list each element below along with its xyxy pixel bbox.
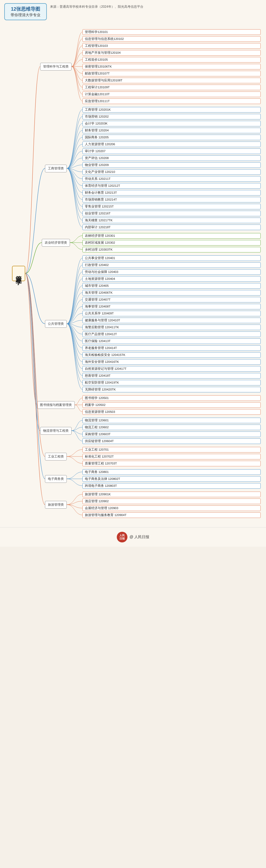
leaf-group-cat5: 图书馆学 120501档案学 120502信息资源管理 120503	[83, 395, 261, 415]
leaf-node: 工程管理120103	[83, 43, 261, 49]
leaf-node: 物流工程 120602	[83, 425, 261, 430]
leaf-node: 土地资源管理 120404	[83, 276, 261, 282]
leaf-group-cat8: 电子商务 120801电子商务及法律 120802T跨境电子商务 120803T	[83, 469, 261, 489]
leaf-node: 计算金融120110T	[83, 92, 261, 97]
leaf-node: 信息管理与信息系统120102	[83, 36, 261, 42]
leaf-node: 供应链管理 120604T	[83, 438, 261, 444]
leaf-node: 城市管理 120405	[83, 283, 261, 289]
leaf-node: 邮政管理120107T	[83, 71, 261, 76]
leaf-node: 劳动与社会保障 120403	[83, 269, 261, 275]
leaf-node: 零售业管理 120215T	[83, 204, 261, 209]
leaf-group-cat3: 农林经济管理 120301农村区域发展 120302乡村治理 120303TK	[83, 232, 261, 253]
leaf-node: 市场营销 120202	[83, 114, 261, 119]
leaf-node: 健康服务与管理 120410T	[83, 318, 261, 323]
category-node-cat2: 工商管理类	[45, 165, 67, 173]
leaf-node: 旅游管理与服务教育 120904T	[83, 512, 261, 518]
leaf-node: 标准化工程 120702T	[83, 454, 261, 459]
leaf-node: 国际商务 120205	[83, 134, 261, 140]
mindmap-container: 管理学管理科学与工程类管理科学120101信息管理与信息系统120102工程管理…	[0, 22, 266, 525]
leaf-node: 海事管理 120408T	[83, 304, 261, 309]
leaf-node: 公共关系学 120409T	[83, 311, 261, 316]
source-text: 来源：普通高等学校本科专业目录（2024年）、阳光高考信息平台	[50, 3, 143, 9]
leaf-node: 应急管理120111T	[83, 98, 261, 104]
leaf-node: 农林经济管理 120301	[83, 233, 261, 239]
leaf-node: 养老服务管理 120414T	[83, 345, 261, 351]
badge-title-line2: 带你理清大学专业	[8, 13, 43, 18]
leaf-node: 物业管理 120209	[83, 162, 261, 168]
leaf-group-cat6: 物流管理 120601物流工程 120602采购管理 120603T供应链管理 …	[83, 417, 261, 444]
badge-title-line1: 12张思维导图	[8, 6, 43, 12]
category-node-cat4: 公共管理类	[45, 320, 67, 328]
leaf-group-cat4: 公共事业管理 120401行政管理 120402劳动与社会保障 120403土地…	[83, 255, 261, 393]
leaf-group-cat9: 旅游管理 120901K酒店管理 120902会展经济与管理 120903旅游管…	[83, 491, 261, 518]
leaf-node: 自然资源登记与管理 120417T	[83, 366, 261, 372]
leaf-node: 旅游管理 120901K	[83, 492, 261, 497]
leaf-node: 财务会计教育 120213T	[83, 190, 261, 195]
leaf-node: 交通管理 120407T	[83, 297, 261, 303]
leaf-node: 跨境电子商务 120803T	[83, 483, 261, 489]
leaf-node: 房地产开发与管理120104	[83, 50, 261, 56]
central-node: 管理学	[12, 266, 25, 281]
category-node-cat3: 农业经济管理类	[42, 239, 70, 247]
leaf-node: 医疗产品管理 120412T	[83, 332, 261, 337]
leaf-node: 慈善管理 120418T	[83, 373, 261, 378]
leaf-node: 文化产业管理 120210	[83, 169, 261, 175]
leaf-node: 乡村治理 120303TK	[83, 247, 261, 252]
leaf-node: 海关管理 120406TK	[83, 290, 261, 296]
page: 12张思维导图 带你理清大学专业 来源：普通高等学校本科专业目录（2024年）、…	[0, 0, 266, 547]
leaf-node: 采购管理 120603T	[83, 432, 261, 437]
category-node-cat5: 图书情报与档案管理类	[37, 401, 75, 409]
leaf-node: 资产评估 120208	[83, 155, 261, 161]
leaf-node: 无障碍管理 120420TK	[83, 387, 261, 392]
leaf-node: 医疗保险 120413T	[83, 338, 261, 344]
leaf-node: 创业管理 120216T	[83, 211, 261, 216]
category-node-cat9: 旅游管理类	[45, 501, 67, 508]
leaf-node: 信息资源管理 120503	[83, 409, 261, 415]
leaf-node: 电子商务及法律 120802T	[83, 476, 261, 482]
leaf-node: 大数据管理与应用120108T	[83, 78, 261, 83]
footer-logo-text: 人民日报	[119, 534, 125, 540]
leaf-node: 酒店管理 120902	[83, 498, 261, 504]
category-node-cat6: 物流管理与工程类	[40, 427, 71, 435]
leaf-node: 电子商务 120801	[83, 469, 261, 475]
leaf-node: 工程造价120105	[83, 57, 261, 63]
leaf-node: 工商管理 120201K	[83, 107, 261, 113]
leaf-node: 物流管理 120601	[83, 417, 261, 423]
leaf-node: 会计学 120203K	[83, 121, 261, 126]
leaf-node: 图书馆学 120501	[83, 395, 261, 401]
leaf-node: 保密管理120106TK	[83, 64, 261, 69]
leaf-node: 体育经济与管理 120212T	[83, 183, 261, 189]
mindmap-nodes: 管理学管理科学与工程类管理科学120101信息管理与信息系统120102工程管理…	[3, 22, 263, 525]
leaf-node: 海关检验检疫安全 120415TK	[83, 352, 261, 358]
leaf-node: 航空安防管理 120419TK	[83, 380, 261, 385]
leaf-node: 海关稽查 120217TK	[83, 218, 261, 223]
category-node-cat8: 电子商务类	[45, 475, 67, 483]
leaf-node: 劳动关系 120211T	[83, 176, 261, 182]
leaf-node: 质量管理工程 120703T	[83, 461, 261, 466]
leaf-node: 市场营销教育 120214T	[83, 197, 261, 203]
category-node-cat7: 工业工程类	[45, 453, 67, 461]
leaf-group-cat7: 工业工程 120701标准化工程 120702T质量管理工程 120703T	[83, 446, 261, 467]
leaf-node: 农村区域发展 120302	[83, 240, 261, 246]
leaf-group-cat2: 工商管理 120201K市场营销 120202会计学 120203K财务管理 1…	[83, 106, 261, 230]
leaf-node: 财务管理 120204	[83, 128, 261, 133]
category-node-cat1: 管理科学与工程类	[40, 63, 71, 70]
leaf-node: 海警后勤管理 120411TK	[83, 324, 261, 330]
header: 12张思维导图 带你理清大学专业 来源：普通高等学校本科专业目录（2024年）、…	[0, 0, 266, 22]
leaf-node: 档案学 120502	[83, 402, 261, 408]
leaf-node: 工业工程 120701	[83, 447, 261, 453]
leaf-node: 行政管理 120402	[83, 262, 261, 268]
leaf-node: 工程审计120109T	[83, 85, 261, 90]
leaf-node: 会展经济与管理 120903	[83, 505, 261, 511]
leaf-node: 人力资源管理 120206	[83, 142, 261, 147]
footer-logo: 人民日报	[117, 532, 127, 542]
header-badge: 12张思维导图 带你理清大学专业	[4, 3, 47, 20]
leaf-node: 公共事业管理 120401	[83, 255, 261, 261]
footer: 人民日报 @ 人民日报	[0, 527, 266, 547]
footer-watermark: @ 人民日报	[129, 535, 149, 539]
leaf-node: 审计学 120207	[83, 149, 261, 154]
leaf-node: 内部审计 120218T	[83, 224, 261, 230]
leaf-group-cat1: 管理科学120101信息管理与信息系统120102工程管理120103房地产开发…	[83, 29, 261, 104]
leaf-node: 管理科学120101	[83, 29, 261, 35]
leaf-node: 海外安全管理 120416TK	[83, 359, 261, 365]
